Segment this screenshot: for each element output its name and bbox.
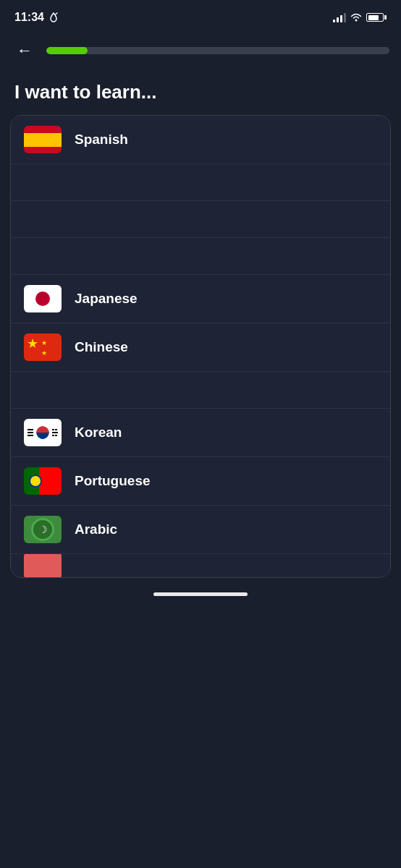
- language-name-japanese: Japanese: [75, 291, 138, 307]
- page-title: I want to learn...: [0, 72, 401, 115]
- home-indicator-bar: [153, 592, 248, 596]
- time-display: 11:34: [14, 11, 44, 24]
- home-indicator: [0, 578, 401, 603]
- flag-portuguese: [24, 467, 62, 495]
- language-item-arabic[interactable]: ☽ Arabic: [11, 506, 390, 554]
- language-name-spanish: Spanish: [75, 132, 128, 148]
- flag-arabic: ☽: [24, 516, 62, 543]
- progress-bar-fill: [46, 47, 88, 54]
- status-time: 11:34: [14, 11, 59, 24]
- language-name-russian: Russian: [390, 382, 391, 398]
- language-item-french[interactable]: French: [11, 164, 390, 201]
- wifi-icon: [350, 13, 362, 22]
- language-name-arabic: Arabic: [75, 522, 117, 537]
- language-name-italian: Italian: [390, 248, 391, 264]
- language-name-french: French: [390, 174, 391, 190]
- language-item-russian[interactable]: Russian: [11, 372, 390, 409]
- language-item-portuguese[interactable]: Portuguese: [11, 457, 390, 506]
- status-icons: [333, 12, 387, 22]
- battery-icon: [366, 13, 387, 22]
- language-name-chinese: Chinese: [75, 339, 128, 355]
- language-name-portuguese: Portuguese: [75, 473, 151, 489]
- status-bar: 11:34: [0, 0, 401, 32]
- back-button[interactable]: ←: [12, 38, 38, 64]
- flag-partial: [24, 554, 62, 577]
- language-item-italian[interactable]: Italian: [11, 238, 390, 275]
- language-item-partial[interactable]: [11, 554, 390, 577]
- back-arrow-icon: ←: [17, 43, 33, 59]
- language-item-german[interactable]: German: [11, 201, 390, 238]
- nav-bar: ←: [0, 32, 401, 72]
- signal-icon: [333, 12, 346, 22]
- language-name-korean: Korean: [75, 425, 122, 441]
- language-item-chinese[interactable]: ★ ★ ★ ★ ★ Chinese: [11, 323, 390, 372]
- language-list: Spanish French German Italian Japa: [10, 115, 391, 578]
- language-item-korean[interactable]: Korean: [11, 409, 390, 457]
- flag-japanese: [24, 285, 62, 312]
- flag-chinese: ★ ★ ★ ★ ★: [24, 333, 62, 361]
- location-icon: [48, 12, 59, 22]
- language-item-spanish[interactable]: Spanish: [11, 116, 390, 164]
- flag-korean: [24, 419, 62, 446]
- language-name-german: German: [390, 211, 391, 227]
- language-item-japanese[interactable]: Japanese: [11, 275, 390, 323]
- progress-bar-container: [46, 47, 389, 54]
- flag-spanish: [24, 126, 62, 153]
